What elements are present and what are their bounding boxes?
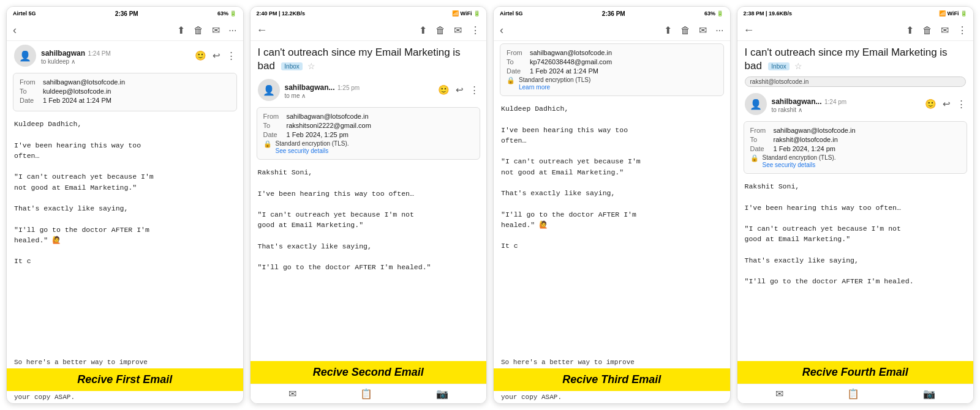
body-line: "I can't outreach yet because I'm — [14, 171, 236, 182]
star-icon[interactable]: ☆ — [307, 61, 315, 71]
emoji-icon[interactable]: 🙂 — [438, 84, 450, 95]
nav-icon-1[interactable]: 📋 — [847, 388, 859, 400]
body-line: I've been hearing this way too often… — [258, 188, 480, 199]
more-icon[interactable]: ⋮ — [957, 99, 966, 110]
back-button[interactable]: ‹ — [500, 24, 503, 37]
sender-row: 👤 sahilbagwan... 1:25 pm to me ∧ 🙂 ↩ ⋮ — [251, 75, 487, 105]
avatar: 👤 — [14, 45, 36, 67]
toolbar-icon-0[interactable]: ⬆ — [177, 24, 185, 36]
to-row: To rakshitsoni2222@gmail.com — [263, 122, 474, 129]
body-line: "I'll go to the doctor AFTER I'm healed.… — [258, 262, 480, 272]
toolbar-2: ← ⬆🗑✉⋮ — [251, 20, 487, 41]
status-left: Airtel 5G — [500, 10, 523, 17]
body-line: healed." 🙋 — [501, 220, 723, 230]
toolbar-icon-1[interactable]: 🗑 — [435, 25, 445, 36]
nav-icon-1[interactable]: 📋 — [360, 388, 372, 400]
banner-text: Recive Third Email — [562, 373, 661, 386]
body-line: "I can't outreach yet because I'm not — [258, 209, 480, 220]
body-line: often… — [14, 151, 236, 161]
security-link[interactable]: Learn more — [519, 84, 550, 91]
toolbar-icon-1[interactable]: 🗑 — [922, 25, 932, 36]
toolbar-icon-2[interactable]: ✉ — [699, 24, 707, 36]
toolbar-icon-2[interactable]: ✉ — [212, 24, 220, 36]
toolbar-icon-3[interactable]: ··· — [228, 25, 236, 36]
nav-icon-2[interactable]: 📷 — [923, 388, 935, 400]
email-body: Rakshit Soni, I've been hearing this way… — [251, 162, 487, 361]
from-value: sahilbagwan@lotsofcode.in — [43, 78, 230, 86]
meta-card: From sahilbagwan@lotsofcode.in To rakshi… — [257, 107, 481, 160]
more-icon[interactable]: ⋮ — [227, 50, 236, 61]
sender-to: to me ∧ — [285, 92, 434, 99]
sender-name-row: sahilbagwan... 1:24 pm — [772, 95, 921, 106]
date-value: 1 Feb 2024, 1:24 pm — [774, 145, 961, 152]
body-line — [745, 213, 967, 223]
toolbar-icon-0[interactable]: ⬆ — [419, 24, 427, 36]
from-label: From — [20, 78, 39, 86]
footer-text-2: your copy ASAP. — [494, 391, 730, 403]
body-line — [14, 245, 236, 256]
body-line — [258, 231, 480, 241]
lock-icon: 🔒 — [750, 154, 759, 162]
sender-name-row: sahilbagwan... 1:25 pm — [285, 81, 434, 92]
to-row: To kp7426038448@gmail.com — [507, 58, 717, 65]
security-link[interactable]: See security details — [276, 147, 329, 154]
from-value: sahilbagwan@lotsofcode.in — [287, 113, 474, 120]
subject-section: I can't outreach since my Email Marketin… — [251, 41, 487, 75]
sender-name: sahilbagwan... — [772, 97, 822, 106]
toolbar-icon-3[interactable]: ··· — [715, 25, 723, 36]
sender-actions: 🙂 ↩ ⋮ — [195, 50, 236, 61]
nav-icon-2[interactable]: 📷 — [436, 388, 448, 400]
date-value: 1 Feb 2024, 1:25 pm — [287, 131, 474, 138]
phone-2: 2:40 PM | 12.2KB/s 📶 WiFi 🔋 ← ⬆🗑✉⋮ I can… — [250, 6, 488, 404]
body-line: "I can't outreach yet because I'm — [501, 156, 723, 166]
sender-time: 1:24 pm — [824, 99, 846, 105]
back-button[interactable]: ‹ — [13, 24, 17, 37]
avatar: 👤 — [745, 93, 767, 115]
body-line: not good at Email Marketing." — [14, 182, 236, 193]
star-icon[interactable]: ☆ — [794, 61, 802, 71]
body-line — [501, 114, 723, 124]
date-row: Date 1 Feb 2024, 1:25 pm — [263, 131, 474, 138]
body-line — [501, 177, 723, 188]
body-line — [14, 214, 236, 224]
sender-to: to kuldeep ∧ — [41, 58, 190, 65]
toolbar-icon-3[interactable]: ⋮ — [470, 24, 480, 36]
toolbar-icon-1[interactable]: 🗑 — [194, 25, 203, 36]
body-line — [501, 146, 723, 156]
reply-icon[interactable]: ↩ — [943, 99, 951, 110]
from-row: From sahilbagwan@lotsofcode.in — [507, 49, 717, 56]
security-link[interactable]: See security details — [763, 162, 816, 168]
more-icon[interactable]: ⋮ — [470, 84, 479, 95]
toolbar-icon-0[interactable]: ⬆ — [664, 24, 672, 36]
toolbar-icon-1[interactable]: 🗑 — [680, 25, 690, 36]
footer-text-2: your copy ASAP. — [7, 391, 243, 403]
body-line — [501, 230, 723, 240]
body-line: It c — [14, 256, 236, 266]
body-line: "I can't outreach yet because I'm not — [745, 223, 967, 234]
emoji-icon[interactable]: 🙂 — [925, 99, 937, 110]
toolbar-icon-3[interactable]: ⋮ — [957, 24, 967, 36]
meta-card: From sahilbagwan@lotsofcode.in To kp7426… — [500, 43, 724, 96]
body-line: I've been hearing this way too — [14, 140, 236, 151]
from-row: From sahilbagwan@lotsofcode.in — [263, 113, 474, 120]
nav-icon-0[interactable]: ✉ — [775, 388, 783, 400]
body-line: good at Email Marketing." — [745, 234, 967, 244]
toolbar-icon-0[interactable]: ⬆ — [906, 24, 914, 36]
toolbar-icon-2[interactable]: ✉ — [941, 24, 949, 36]
reply-icon[interactable]: ↩ — [456, 84, 464, 95]
sender-info: sahilbagwan... 1:24 pm to rakshit ∧ — [772, 95, 921, 113]
toolbar-1: ‹ ⬆🗑✉··· — [7, 20, 243, 41]
body-line: That's exactly like saying, — [501, 188, 723, 198]
reply-icon[interactable]: ↩ — [213, 50, 221, 61]
body-line — [501, 198, 723, 209]
status-right: 63% 🔋 — [704, 10, 724, 17]
nav-icon-0[interactable]: ✉ — [288, 388, 296, 400]
sender-time: 1:24 PM — [88, 50, 110, 57]
back-button[interactable]: ← — [257, 24, 268, 37]
from-row: From sahilbagwan@lotsofcode.in — [20, 78, 230, 86]
toolbar-icon-2[interactable]: ✉ — [454, 24, 462, 36]
to-label: To — [750, 136, 770, 143]
email-body: Kuldeep Dadhich, I've been hearing this … — [494, 99, 730, 356]
emoji-icon[interactable]: 🙂 — [195, 50, 206, 61]
back-button[interactable]: ← — [744, 24, 755, 37]
